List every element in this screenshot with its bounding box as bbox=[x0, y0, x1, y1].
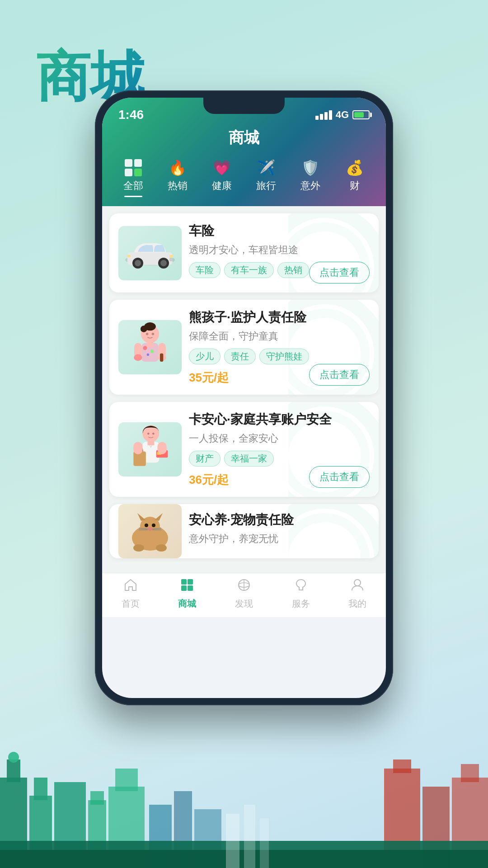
product-card-card[interactable]: 卡安心·家庭共享账户安全 一人投保，全家安心 财产 幸福一家 36元/起 点击查… bbox=[109, 402, 379, 497]
nav-service[interactable]: 服务 bbox=[272, 578, 329, 610]
card-security-title: 卡安心·家庭共享账户安全 bbox=[189, 411, 370, 428]
tag-car-owner: 有车一族 bbox=[224, 262, 274, 278]
pet-title: 安心养·宠物责任险 bbox=[189, 511, 370, 528]
product-list: 车险 透明才安心，车程皆坦途 车险 有车一族 热销 点击查看 bbox=[102, 206, 386, 573]
svg-point-38 bbox=[143, 346, 147, 350]
svg-point-39 bbox=[150, 350, 154, 353]
svg-rect-54 bbox=[148, 441, 155, 445]
svg-rect-29 bbox=[169, 255, 173, 257]
svg-rect-21 bbox=[244, 805, 255, 868]
nav-mine[interactable]: 我的 bbox=[329, 578, 386, 610]
car-desc: 透明才安心，车程皆坦途 bbox=[189, 243, 370, 257]
svg-point-26 bbox=[135, 260, 141, 266]
signal-icon bbox=[315, 110, 332, 120]
tag-hot: 热销 bbox=[277, 262, 309, 278]
discover-icon bbox=[237, 578, 251, 596]
svg-point-36 bbox=[152, 333, 155, 335]
svg-rect-4 bbox=[34, 778, 47, 800]
svg-rect-52 bbox=[133, 442, 142, 455]
tab-finance[interactable]: 💰 财 bbox=[333, 156, 377, 197]
svg-rect-31 bbox=[169, 258, 173, 261]
tab-all[interactable]: 全部 bbox=[111, 156, 155, 197]
product-card-car[interactable]: 车险 透明才安心，车程皆坦途 车险 有车一族 热销 点击查看 bbox=[109, 213, 379, 292]
svg-point-55 bbox=[147, 433, 150, 435]
nav-mall[interactable]: 商城 bbox=[159, 578, 216, 610]
svg-rect-69 bbox=[188, 579, 193, 585]
child-image bbox=[118, 320, 182, 374]
card-content-security: 卡安心·家庭共享账户安全 一人投保，全家安心 财产 幸福一家 36元/起 bbox=[189, 411, 370, 488]
nav-home-label: 首页 bbox=[122, 598, 140, 610]
card-content-pet: 安心养·宠物责任险 意外守护，养宠无忧 bbox=[189, 511, 370, 551]
bottom-navigation: 首页 商城 bbox=[102, 573, 386, 617]
status-icons: 4G bbox=[315, 109, 370, 121]
svg-rect-45 bbox=[160, 354, 163, 362]
card-security-desc: 一人投保，全家安心 bbox=[189, 432, 370, 445]
tab-travel[interactable]: ✈️ 旅行 bbox=[244, 156, 288, 197]
child-desc: 保障全面，守护童真 bbox=[189, 330, 370, 343]
tag-minor: 少儿 bbox=[189, 349, 221, 364]
svg-point-40 bbox=[147, 354, 150, 356]
nav-mall-label: 商城 bbox=[178, 598, 196, 610]
tab-accident-label: 意外 bbox=[300, 179, 320, 193]
service-icon bbox=[294, 578, 308, 596]
status-time: 1:46 bbox=[118, 108, 144, 122]
mall-icon bbox=[180, 578, 194, 596]
pet-desc: 意外守护，养宠无忧 bbox=[189, 532, 370, 546]
svg-point-34 bbox=[141, 326, 147, 332]
page-title: 商城 bbox=[102, 126, 386, 156]
child-tags: 少儿 责任 守护熊娃 bbox=[189, 349, 370, 364]
pet-image bbox=[118, 504, 182, 558]
tab-health[interactable]: 💗 健康 bbox=[200, 156, 244, 197]
svg-rect-30 bbox=[127, 255, 131, 257]
tab-health-label: 健康 bbox=[212, 179, 232, 193]
tab-hot[interactable]: 🔥 热销 bbox=[155, 156, 200, 197]
phone-shell: 1:46 4G 商城 bbox=[95, 90, 393, 705]
product-card-child[interactable]: 熊孩子·监护人责任险 保障全面，守护童真 少儿 责任 守护熊娃 35元/起 点击… bbox=[109, 300, 379, 395]
tab-hot-label: 热销 bbox=[168, 179, 188, 193]
city-skyline-bg bbox=[0, 741, 488, 868]
tab-travel-label: 旅行 bbox=[256, 179, 276, 193]
svg-point-28 bbox=[160, 260, 167, 266]
grid-icon bbox=[125, 159, 142, 176]
tag-car: 车险 bbox=[189, 262, 221, 278]
car-title: 车险 bbox=[189, 222, 370, 240]
svg-rect-53 bbox=[158, 442, 167, 455]
heart-icon: 💗 bbox=[213, 159, 231, 176]
svg-rect-9 bbox=[115, 769, 138, 791]
card-security-price: 36元/起 bbox=[189, 472, 370, 488]
tag-guard: 守护熊娃 bbox=[259, 349, 309, 364]
svg-rect-68 bbox=[181, 579, 187, 585]
tag-liability: 责任 bbox=[224, 349, 256, 364]
svg-rect-20 bbox=[226, 814, 239, 868]
card-security-image bbox=[118, 422, 182, 476]
svg-point-76 bbox=[354, 580, 361, 586]
svg-rect-46 bbox=[147, 342, 154, 347]
plane-icon: ✈️ bbox=[257, 159, 275, 176]
card-security-tags: 财产 幸福一家 bbox=[189, 451, 370, 467]
app-header: 1:46 4G 商城 bbox=[102, 98, 386, 206]
child-title: 熊孩子·监护人责任险 bbox=[189, 309, 370, 326]
product-card-pet[interactable]: 安心养·宠物责任险 意外守护，养宠无忧 bbox=[109, 504, 379, 558]
svg-rect-1 bbox=[7, 760, 20, 782]
category-tabs: 全部 🔥 热销 💗 健康 ✈️ 旅行 bbox=[102, 156, 386, 197]
child-price: 35元/起 bbox=[189, 370, 370, 386]
tab-accident[interactable]: 🛡️ 意外 bbox=[288, 156, 333, 197]
svg-rect-17 bbox=[461, 764, 479, 782]
battery-icon bbox=[352, 110, 370, 119]
card-content-child: 熊孩子·监护人责任险 保障全面，守护童真 少儿 责任 守护熊娃 35元/起 bbox=[189, 309, 370, 386]
phone-screen: 1:46 4G 商城 bbox=[102, 98, 386, 698]
battery-fill bbox=[354, 112, 364, 118]
phone-mockup: 1:46 4G 商城 bbox=[95, 90, 393, 705]
svg-point-2 bbox=[8, 752, 19, 763]
home-icon bbox=[123, 578, 138, 596]
nav-home[interactable]: 首页 bbox=[102, 578, 159, 610]
tab-all-label: 全部 bbox=[123, 179, 143, 193]
nav-discover[interactable]: 发现 bbox=[216, 578, 272, 610]
tag-family: 幸福一家 bbox=[224, 451, 274, 467]
car-tags: 车险 有车一族 热销 bbox=[189, 262, 370, 278]
svg-point-61 bbox=[148, 527, 152, 531]
svg-point-35 bbox=[146, 333, 149, 335]
svg-rect-71 bbox=[188, 585, 193, 591]
network-type: 4G bbox=[336, 109, 349, 121]
nav-discover-label: 发现 bbox=[235, 598, 253, 610]
